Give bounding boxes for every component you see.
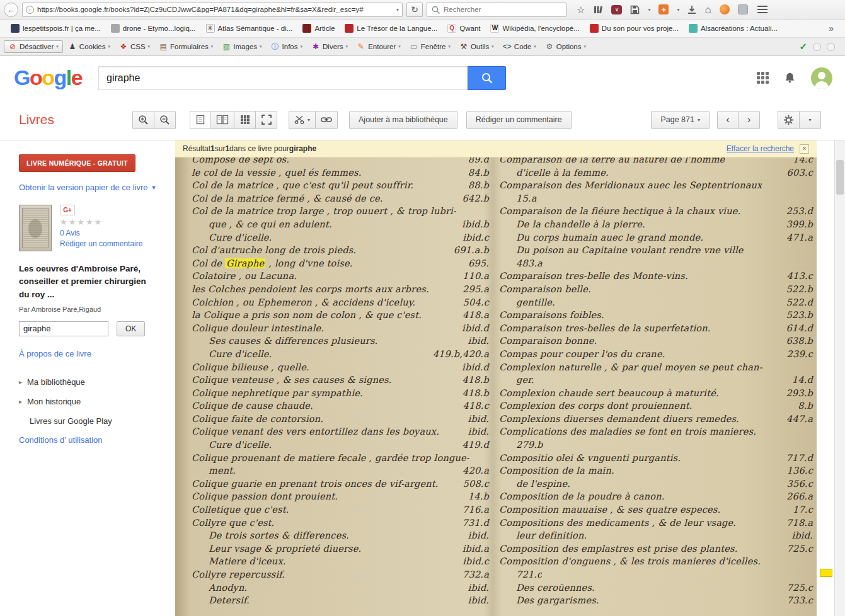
devbar-item[interactable]: ▭Fenêtre▾ (406, 41, 454, 52)
download-icon[interactable] (687, 5, 696, 14)
bookmark-star-icon[interactable]: ☆ (577, 5, 585, 14)
vertical-scrollbar[interactable] (834, 140, 845, 616)
status-circle-icon-1[interactable] (813, 43, 821, 51)
gplus-icon[interactable]: G+ (60, 205, 75, 215)
reviews-link[interactable]: 0 Avis (60, 229, 142, 237)
google-search-input[interactable] (98, 66, 468, 90)
bookmark-item[interactable]: Article (298, 22, 339, 35)
devbar-item[interactable]: ♟Cookies▾ (64, 41, 114, 52)
url-bar[interactable]: i https://books.google.fr/books?id=ZjCz9… (22, 3, 403, 17)
apps-grid-icon[interactable] (757, 72, 769, 84)
extension-plus-icon[interactable]: + (658, 4, 669, 14)
rating-stars[interactable]: ★★★★★ (60, 217, 142, 227)
get-paper-version-link[interactable]: Obtenir la version papier de ce livre ▼ (19, 183, 175, 192)
url-dropdown-icon[interactable]: ▾ (396, 7, 399, 13)
write-review-link[interactable]: Rédiger un commentaire (60, 239, 142, 248)
scrollbar-thumb[interactable] (836, 160, 844, 195)
extension-orange-icon[interactable] (720, 4, 730, 14)
devbar-item[interactable]: ⓘInfos▾ (267, 41, 306, 52)
back-button[interactable]: ← (4, 3, 18, 17)
extension-dropdown-icon[interactable]: ▾ (677, 7, 679, 13)
devbar-item[interactable]: <>Code▾ (499, 41, 540, 52)
book-page-scan[interactable]: Composé de sept os.89.dle col de la vess… (175, 157, 817, 616)
index-entry-text: Anodyn. (209, 581, 247, 595)
devbar-item[interactable]: ▧Images▾ (218, 41, 265, 52)
index-entry-text: les Colches pendoient les corps morts au… (192, 283, 429, 296)
bookmark-item[interactable]: ✳Atlas Sémantique - di... (202, 22, 297, 35)
status-circle-icon-2[interactable] (827, 43, 835, 51)
fullscreen-button[interactable] (256, 111, 277, 129)
save-dropdown-icon[interactable]: ▾ (648, 7, 650, 13)
clip-button[interactable]: ▾ (289, 111, 316, 129)
index-entry-text: Collyre repercussif. (192, 568, 285, 581)
bookmark-item[interactable]: drone - Etymo...logiq... (106, 22, 200, 35)
bookmark-item[interactable]: Du son pour vos proje... (585, 22, 683, 35)
two-page-view-button[interactable] (211, 111, 234, 129)
link-button[interactable] (316, 111, 338, 129)
index-entry: Colique douleur intestinale.ibid.d (192, 322, 489, 335)
ok-button[interactable]: OK (117, 321, 145, 336)
index-entry-text: gentille. (516, 296, 555, 309)
index-entry: Colique prouenant de matiere fecale , ga… (192, 452, 489, 465)
section-title[interactable]: Livres (19, 112, 112, 127)
in-book-search-input[interactable] (19, 321, 108, 336)
ebook-button[interactable]: LIVRE NUMÉRIQUE - GRATUIT (19, 154, 135, 172)
bookmark-item[interactable]: Alsacréations : Actuali... (684, 22, 782, 35)
home-icon[interactable]: ⌂ (704, 4, 711, 15)
bookmark-label: Article (314, 25, 335, 32)
devbar-item[interactable]: ⊘Désactiver▾ (4, 40, 63, 53)
write-review-button[interactable]: Rédiger un commentaire (466, 111, 572, 129)
zoom-in-button[interactable] (132, 111, 154, 129)
menu-button[interactable] (756, 4, 769, 14)
google-search-button[interactable] (468, 66, 506, 90)
bookmark-item[interactable]: QQwant (443, 22, 485, 35)
index-entry-text: Composition des emplastres est prise des… (499, 542, 737, 556)
bookmark-item[interactable]: Le Trésor de la Langue... (340, 22, 442, 35)
pocket-icon[interactable]: ∨ (611, 5, 622, 14)
page-selector[interactable]: Page 871 ▾ (651, 111, 710, 129)
library-icon[interactable] (593, 4, 603, 14)
single-page-view-button[interactable] (190, 111, 211, 129)
thumbnail-view-button[interactable] (234, 111, 256, 129)
search-result-marker[interactable] (820, 569, 832, 577)
bookmark-item[interactable]: lespetitspois.fr | ça me... (6, 22, 105, 35)
extension-gray-icon[interactable] (738, 4, 748, 14)
devbar-item[interactable]: ⚒Outils▾ (456, 41, 498, 52)
notifications-bell-icon[interactable] (784, 72, 796, 84)
add-to-library-button[interactable]: Ajouter à ma bibliothèque (349, 111, 457, 129)
sidebar-item-my-history[interactable]: ▸ Mon historique (19, 397, 175, 406)
devbar-item[interactable]: ❖CSS▾ (115, 41, 154, 52)
devbar-item[interactable]: ✱Divers▾ (308, 41, 352, 52)
index-entry: Complexion naturelle , & par quel moyen … (499, 361, 813, 374)
clear-search-link[interactable]: Effacer la recherche (727, 144, 794, 153)
settings-button[interactable] (778, 111, 800, 129)
sidebar-item-my-library[interactable]: ▸ Ma bibliothèque (19, 377, 175, 387)
google-logo[interactable]: Google (14, 66, 95, 90)
previous-page-button[interactable]: ‹ (717, 111, 739, 129)
devbar-item[interactable]: ⚙Options▾ (541, 41, 590, 52)
book-card: G+ ★★★★★ 0 Avis Rédiger un commentaire (19, 205, 175, 251)
terms-link[interactable]: Conditions d' utilisation (19, 435, 175, 445)
devbar-item[interactable]: ✎Entourer▾ (353, 41, 405, 52)
settings-dropdown-button[interactable]: ▾ (800, 111, 821, 129)
index-entry-page: 447.a (780, 413, 813, 426)
about-this-book-link[interactable]: À propos de ce livre (19, 349, 175, 358)
reload-button[interactable]: ↻ (406, 3, 423, 17)
index-entry-page: 695. (462, 257, 489, 270)
close-icon[interactable]: ✕ (800, 144, 809, 154)
devbar-item[interactable]: ▤Formulaires▾ (155, 41, 217, 52)
browser-window: ← i https://books.google.fr/books?id=ZjC… (0, 0, 845, 616)
next-page-button[interactable]: › (739, 111, 760, 129)
favicon (111, 24, 120, 33)
book-cover-thumbnail[interactable] (19, 205, 52, 251)
account-avatar[interactable] (811, 67, 832, 89)
index-entry: Comparaison de la fiéure hectique à la c… (499, 205, 813, 218)
browser-search-input[interactable] (444, 6, 561, 13)
bookmarks-overflow-chevron[interactable]: » (824, 23, 839, 33)
browser-search-box[interactable] (427, 3, 566, 17)
sidebar-item-google-play-books[interactable]: Livres sur Google Play (19, 416, 175, 426)
bookmark-item[interactable]: WWikipédia, l'encyclopé... (486, 22, 583, 35)
zoom-out-button[interactable] (154, 111, 176, 129)
page-info-icon[interactable]: i (26, 6, 34, 14)
save-icon[interactable] (630, 5, 640, 14)
